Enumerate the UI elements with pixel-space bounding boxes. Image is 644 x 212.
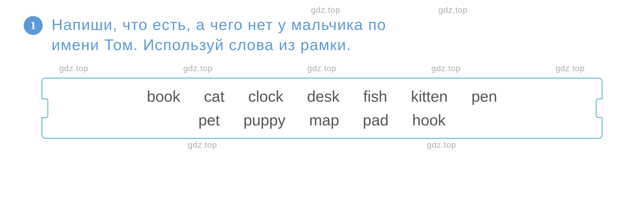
watermark-bottom2: gdz.top xyxy=(427,140,456,150)
task-number: 1 xyxy=(24,16,43,35)
page-container: gdz.top gdz.top 1 Напиши, что есть, а че… xyxy=(0,0,644,212)
word-pen: pen xyxy=(471,87,497,105)
word-kitten: kitten xyxy=(411,87,448,105)
word-box-container: book cat clock desk fish kitten pen pet … xyxy=(41,78,603,139)
word-puppy: puppy xyxy=(243,111,286,129)
words-row-2: pet puppy map pad hook xyxy=(60,111,584,129)
task-header: 1 Напиши, что есть, а чего нет у мальчик… xyxy=(24,15,620,55)
watermark-mid5: gdz.top xyxy=(555,64,585,73)
watermark-top2: gdz.top xyxy=(438,5,468,15)
words-row-1: book cat clock desk fish kitten pen xyxy=(60,87,584,105)
task-instruction: Напиши, что есть, а чего нет у мальчика … xyxy=(52,15,386,55)
bottom-watermarks: gdz.top gdz.top xyxy=(24,140,620,150)
watermark-mid2: gdz.top xyxy=(183,64,213,73)
word-pet: pet xyxy=(198,111,220,129)
watermark-bottom1: gdz.top xyxy=(188,140,217,150)
watermark-top1: gdz.top xyxy=(311,5,340,15)
watermarks-row: gdz.top gdz.top gdz.top gdz.top gdz.top xyxy=(24,64,620,73)
word-pad: pad xyxy=(363,111,389,129)
watermark-mid3: gdz.top xyxy=(307,64,337,73)
task-line2: имени Том. Используй слова из рамки. xyxy=(52,35,386,55)
word-cat: cat xyxy=(204,87,225,105)
word-fish: fish xyxy=(363,87,387,105)
watermark-mid4: gdz.top xyxy=(431,64,461,73)
watermark-mid1: gdz.top xyxy=(59,64,89,73)
word-clock: clock xyxy=(248,87,283,105)
task-line1: Напиши, что есть, а чего нет у мальчика … xyxy=(52,15,386,35)
word-hook: hook xyxy=(412,111,446,129)
word-map: map xyxy=(309,111,339,129)
word-box: book cat clock desk fish kitten pen pet … xyxy=(41,78,603,139)
word-book: book xyxy=(147,87,180,105)
word-desk: desk xyxy=(307,87,339,105)
